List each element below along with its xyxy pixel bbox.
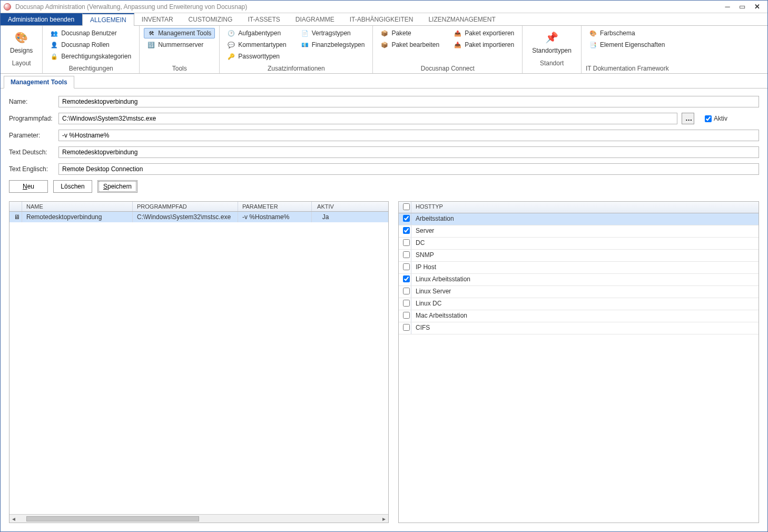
- hosttyp-checkbox[interactable]: [403, 263, 410, 270]
- ribbon-group-permissions: 👥Docusnap Benutzer 👤Docusnap Rollen 🔒Ber…: [43, 26, 140, 73]
- finanzbelegstypen[interactable]: 💶Finanzbelegstypen: [298, 40, 369, 50]
- tools-grid-header: NAME PROGRAMMPFAD PARAMETER AKTIV: [9, 202, 388, 212]
- kommentartypen[interactable]: 💬Kommentartypen: [224, 40, 290, 50]
- tab-allgemein[interactable]: ALLGEMEIN: [82, 13, 134, 26]
- ribbon-group-tools: 🛠Management Tools 🔢Nummernserver Tools: [140, 26, 220, 73]
- hosttyp-checkbox[interactable]: [403, 227, 410, 234]
- docusnap-rollen[interactable]: 👤Docusnap Rollen: [47, 40, 135, 50]
- tools-grid-body[interactable]: 🖥 Remotedesktopverbindung C:\Windows\Sys…: [9, 212, 388, 514]
- speichern-button[interactable]: Speichern: [97, 180, 137, 193]
- tab-lizenzmanagement[interactable]: LIZENZMANAGEMENT: [421, 13, 503, 25]
- col-name[interactable]: NAME: [22, 202, 133, 211]
- export-icon: 📤: [454, 29, 461, 37]
- aufgabentypen[interactable]: 🕑Aufgabentypen: [224, 28, 290, 38]
- input-parameter[interactable]: [58, 130, 759, 141]
- tab-diagramme[interactable]: DIAGRAMME: [288, 13, 342, 25]
- checkbox-aktiv[interactable]: [705, 115, 712, 122]
- tab-it-abhaengigkeiten[interactable]: IT-ABHÄNGIGKEITEN: [342, 13, 421, 25]
- tab-inventar[interactable]: INVENTAR: [134, 13, 181, 25]
- number-icon: 🔢: [147, 41, 155, 48]
- hosttyp-checkbox[interactable]: [403, 215, 410, 222]
- paket-importieren[interactable]: 📥Paket importieren: [450, 40, 518, 50]
- window-title: Docusnap Administration (Verwaltung, Anp…: [15, 3, 720, 11]
- tab-it-assets[interactable]: IT-ASSETS: [240, 13, 288, 25]
- table-row[interactable]: 🖥 Remotedesktopverbindung C:\Windows\Sys…: [9, 212, 388, 222]
- hosttyp-label: SNMP: [411, 250, 759, 261]
- app-window: Docusnap Administration (Verwaltung, Anp…: [0, 0, 768, 532]
- browse-button[interactable]: …: [682, 113, 694, 124]
- berechtigungskategorien[interactable]: 🔒Berechtigungskategorien: [47, 51, 135, 62]
- col-parameter[interactable]: PARAMETER: [238, 202, 312, 211]
- close-button[interactable]: ✕: [750, 2, 764, 12]
- element-eigenschaften[interactable]: 📑Element Eigenschaften: [586, 40, 669, 50]
- hosttyp-label: Arbeitsstation: [411, 213, 759, 225]
- tab-administration-beenden[interactable]: Administration beenden: [1, 13, 82, 25]
- hosttyp-row[interactable]: DC: [399, 238, 759, 250]
- vertragstypen[interactable]: 📄Vertragstypen: [298, 28, 369, 38]
- label-name: Name:: [9, 98, 54, 105]
- package-icon: 📦: [381, 29, 388, 37]
- hosttyp-checkbox[interactable]: [403, 312, 410, 319]
- hosttyp-row[interactable]: Server: [399, 225, 759, 238]
- hosttyp-grid-body[interactable]: ArbeitsstationServerDCSNMPIP HostLinux A…: [399, 213, 759, 523]
- hosttyp-checkbox[interactable]: [403, 288, 410, 294]
- tools-icon: 🛠: [147, 29, 155, 37]
- col-programmpfad[interactable]: PROGRAMMPFAD: [133, 202, 238, 211]
- passworttypen[interactable]: 🔑Passworttypen: [224, 51, 290, 62]
- standorttypen-button[interactable]: 📌 Standorttypen: [527, 28, 577, 56]
- management-tools[interactable]: 🛠Management Tools: [144, 28, 215, 38]
- hosttyp-checkbox[interactable]: [403, 251, 410, 258]
- label-text-englisch: Text Englisch:: [9, 165, 54, 173]
- hosttyp-label: CIFS: [411, 322, 759, 334]
- loeschen-button[interactable]: Löschen: [53, 180, 92, 193]
- hosttyp-checkbox-cell: [399, 250, 411, 261]
- neu-button[interactable]: Neu: [9, 180, 48, 193]
- col-checkbox[interactable]: [399, 202, 411, 213]
- hosttyp-row[interactable]: IP Host: [399, 262, 759, 274]
- maximize-button[interactable]: ▭: [735, 2, 750, 12]
- hosttyp-checkbox[interactable]: [403, 324, 410, 331]
- header-checkbox[interactable]: [403, 203, 410, 210]
- pakete[interactable]: 📦Pakete: [377, 28, 443, 38]
- designs-label: Designs: [10, 47, 33, 54]
- hosttyp-row[interactable]: Linux Arbeitsstation: [399, 274, 759, 286]
- col-icon[interactable]: [9, 202, 22, 211]
- minimize-button[interactable]: ─: [720, 2, 735, 12]
- hosttyp-row[interactable]: SNMP: [399, 250, 759, 262]
- hosttyp-row[interactable]: Arbeitsstation: [399, 213, 759, 225]
- col-hosttyp[interactable]: HOSTTYP: [411, 202, 759, 213]
- import-icon: 📥: [454, 41, 461, 48]
- input-text-deutsch[interactable]: [58, 146, 759, 158]
- pin-icon: 📌: [545, 30, 559, 45]
- hosttyp-checkbox[interactable]: [403, 275, 410, 282]
- hosttyp-row[interactable]: Linux Server: [399, 286, 759, 298]
- hosttyp-grid-header: HOSTTYP: [399, 202, 759, 213]
- input-name[interactable]: [58, 96, 759, 107]
- scroll-thumb[interactable]: [26, 516, 199, 521]
- hosttyp-checkbox-cell: [399, 322, 411, 334]
- scroll-left-arrow-icon[interactable]: ◂: [9, 515, 18, 523]
- hosttyp-checkbox-cell: [399, 286, 411, 298]
- scroll-right-arrow-icon[interactable]: ▸: [380, 515, 388, 523]
- paket-exportieren[interactable]: 📤Paket exportieren: [450, 28, 518, 38]
- input-programmpfad[interactable]: [58, 113, 677, 124]
- col-aktiv[interactable]: AKTIV: [312, 202, 339, 211]
- hosttyp-checkbox-cell: [399, 310, 411, 322]
- props-icon: 📑: [589, 41, 597, 48]
- horizontal-scrollbar[interactable]: ◂ ▸: [9, 514, 388, 523]
- hosttyp-row[interactable]: Linux DC: [399, 298, 759, 310]
- designs-button[interactable]: 🎨 Designs: [5, 28, 38, 56]
- hosttyp-checkbox[interactable]: [403, 300, 410, 307]
- hosttyp-row[interactable]: Mac Arbeitsstation: [399, 310, 759, 322]
- hosttyp-checkbox[interactable]: [403, 239, 410, 246]
- farbschema[interactable]: 🎨Farbschema: [586, 28, 669, 38]
- paket-bearbeiten[interactable]: 📦Paket bearbeiten: [377, 40, 443, 50]
- role-icon: 👤: [51, 41, 58, 48]
- tab-customizing[interactable]: CUSTOMIZING: [181, 13, 241, 25]
- nummernserver[interactable]: 🔢Nummernserver: [144, 40, 215, 50]
- input-text-englisch[interactable]: [58, 163, 759, 175]
- docusnap-benutzer[interactable]: 👥Docusnap Benutzer: [47, 28, 135, 38]
- panel-tab-management-tools[interactable]: Management Tools: [4, 76, 74, 88]
- hosttyp-row[interactable]: CIFS: [399, 322, 759, 334]
- hosttyp-label: DC: [411, 238, 759, 249]
